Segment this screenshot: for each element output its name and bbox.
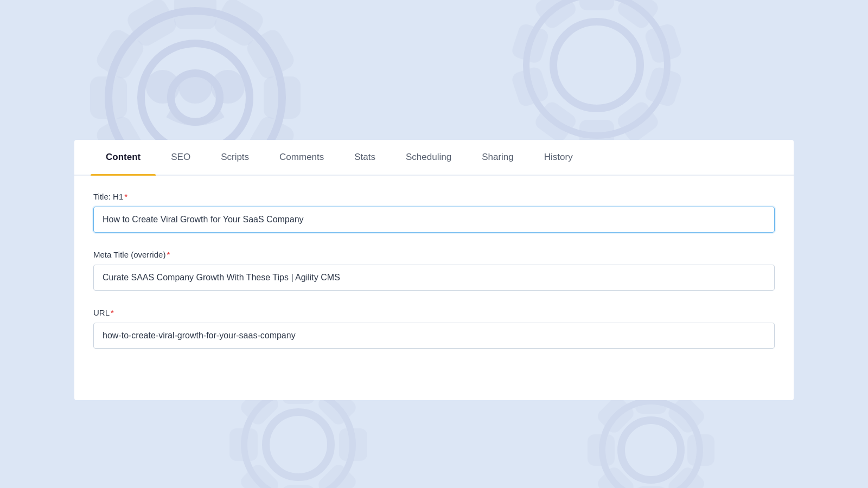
tab-bar: Content SEO Scripts Comments Stats Sched…: [74, 140, 794, 176]
tab-stats[interactable]: Stats: [339, 140, 391, 175]
svg-rect-44: [691, 438, 711, 462]
url-required-star: *: [111, 308, 114, 317]
meta-title-group: Meta Title (override)*: [93, 250, 775, 291]
svg-rect-23: [648, 70, 678, 104]
form-content: Title: H1* Meta Title (override)* URL*: [74, 176, 794, 388]
url-label: URL*: [93, 308, 775, 317]
svg-rect-49: [601, 400, 631, 431]
svg-rect-20: [583, 0, 610, 7]
svg-rect-34: [343, 432, 363, 457]
svg-point-19: [553, 22, 640, 108]
svg-rect-5: [251, 34, 290, 75]
svg-point-17: [216, 75, 240, 99]
svg-rect-24: [620, 105, 655, 139]
svg-rect-12: [95, 81, 122, 114]
title-h1-label: Title: H1*: [93, 192, 775, 201]
main-content-card: Content SEO Scripts Comments Stats Sched…: [74, 140, 794, 400]
svg-rect-4: [218, 3, 260, 42]
svg-rect-38: [233, 432, 254, 457]
svg-rect-28: [515, 27, 545, 60]
svg-rect-27: [515, 70, 545, 104]
tab-seo[interactable]: SEO: [156, 140, 206, 175]
tab-history[interactable]: History: [529, 140, 588, 175]
svg-rect-14: [131, 3, 173, 42]
meta-title-required-star: *: [167, 250, 170, 259]
svg-rect-6: [269, 81, 296, 114]
svg-rect-3: [179, 0, 212, 24]
meta-title-label: Meta Title (override)*: [93, 250, 775, 259]
tab-scripts[interactable]: Scripts: [206, 140, 264, 175]
url-group: URL*: [93, 308, 775, 349]
tab-content[interactable]: Content: [91, 140, 156, 175]
svg-rect-13: [100, 34, 140, 75]
svg-point-31: [266, 412, 331, 477]
tab-sharing[interactable]: Sharing: [467, 140, 529, 175]
svg-rect-26: [538, 105, 573, 139]
title-required-star: *: [124, 192, 127, 201]
svg-rect-22: [648, 27, 678, 60]
url-input[interactable]: [93, 323, 775, 349]
svg-rect-43: [671, 400, 702, 431]
meta-title-input[interactable]: [93, 265, 775, 291]
svg-point-41: [621, 420, 681, 480]
svg-rect-48: [591, 438, 611, 462]
tab-comments[interactable]: Comments: [264, 140, 339, 175]
title-h1-group: Title: H1*: [93, 192, 775, 233]
tab-scheduling[interactable]: Scheduling: [391, 140, 467, 175]
svg-point-15: [151, 75, 175, 99]
title-h1-input[interactable]: [93, 207, 775, 233]
svg-point-16: [183, 75, 207, 99]
